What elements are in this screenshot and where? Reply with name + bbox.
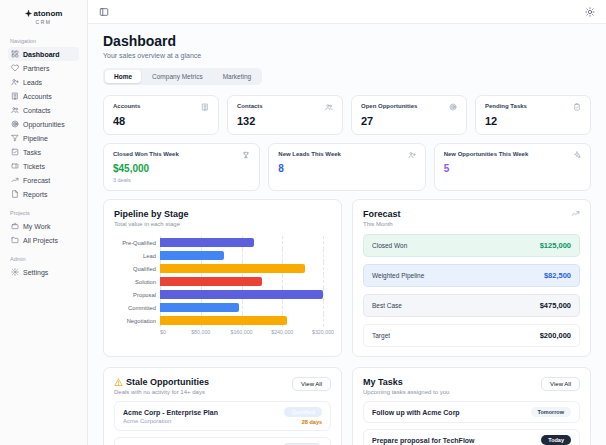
chart-bar-row: Negotiation [114, 314, 323, 327]
sidebar-item-label: Accounts [23, 93, 52, 100]
chart-category-label: Proposal [114, 292, 160, 298]
chart-x-tick: $80,000 [191, 329, 210, 335]
sidebar-item-label: Tasks [23, 149, 41, 156]
funnel-icon [11, 134, 19, 142]
days-inactive: 28 days [302, 419, 322, 425]
forecast-row-label: Weighted Pipeline [372, 272, 424, 279]
sidebar-item-label: Partners [23, 65, 49, 72]
sidebar-item[interactable]: Leads [8, 75, 79, 89]
task-row[interactable]: Prepare proposal for TechFlow Today [363, 429, 580, 445]
ticket-icon [11, 162, 19, 170]
stage-badge: Qualified [284, 407, 322, 417]
sidebar-item[interactable]: Contacts [8, 103, 79, 117]
forecast-title: Forecast [363, 209, 401, 219]
tasks-view-all-button[interactable]: View All [541, 377, 580, 391]
sidebar-item[interactable]: Partners [8, 61, 79, 75]
week-stat-value: 8 [278, 163, 415, 174]
logo-text: atonom [34, 9, 63, 18]
chart-x-tick: $240,000 [271, 329, 293, 335]
chart-category-label: Lead [114, 253, 160, 259]
week-stat-subtext [278, 177, 415, 183]
chart-bar [160, 251, 224, 260]
forecast-row-label: Closed Won [372, 242, 407, 249]
sidebar-item[interactable]: Forecast [8, 173, 79, 187]
chart-bar-row: Proposal [114, 288, 323, 301]
sidebar-item[interactable]: My Work [8, 219, 79, 233]
chart-bar [160, 316, 287, 325]
due-badge: Tomorrow [531, 407, 571, 417]
week-stat-label: Closed Won This Week [113, 151, 179, 157]
chart-bar-row: Committed [114, 301, 323, 314]
forecast-row-value: $125,000 [540, 241, 571, 250]
chart-bar-row: Pre-Qualified [114, 236, 323, 249]
stats-row: Accounts 48 Contacts 132 [103, 95, 591, 135]
sidebar-toggle-icon[interactable] [99, 7, 109, 17]
forecast-row-label: Best Case [372, 302, 402, 309]
chart-x-tick: $320,000 [312, 329, 334, 335]
sidebar-item[interactable]: Tasks [8, 145, 79, 159]
week-stat-subtext [444, 177, 581, 183]
sidebar-section-label: Admin [10, 256, 79, 262]
stat-value: 48 [113, 115, 209, 127]
stat-value: 12 [485, 115, 581, 127]
stat-label: Accounts [113, 103, 140, 109]
grid-icon [11, 50, 19, 58]
stale-opportunity-row[interactable]: Acme Corp - Enterprise Plan Acme Corpora… [114, 401, 331, 431]
tab[interactable]: Home [105, 70, 141, 83]
stat-label: Contacts [237, 103, 263, 109]
stale-subtitle: Deals with no activity for 14+ days [114, 389, 209, 395]
stale-view-all-button[interactable]: View All [292, 377, 331, 391]
sidebar-section-projects: Projects My Work All Projects [8, 210, 79, 247]
sidebar-item[interactable]: Dashboard [8, 47, 79, 61]
tab[interactable]: Company Metrics [143, 70, 212, 83]
sidebar-item[interactable]: Tickets [8, 159, 79, 173]
sidebar-nav-list: Dashboard Partners Leads Account [8, 47, 79, 201]
sidebar-item[interactable]: Pipeline [8, 131, 79, 145]
task-row[interactable]: Follow up with Acme Corp Tomorrow [363, 401, 580, 423]
logo-subtext: CRM [8, 19, 79, 25]
sidebar-item[interactable]: Opportunities [8, 117, 79, 131]
users-icon [325, 103, 333, 111]
dashboard-content: Dashboard Your sales overview at a glanc… [88, 24, 606, 445]
stat-label: Open Opportunities [361, 103, 417, 109]
forecast-subtitle: This Month [363, 221, 401, 227]
stat-card: Pending Tasks 12 [475, 95, 591, 135]
forecast-row-value: $475,000 [540, 301, 571, 310]
forecast-panel: Forecast This Month Closed Won $125,000 [352, 199, 591, 357]
chart-bar-row: Solution [114, 275, 323, 288]
chart-bar-row: Qualified [114, 262, 323, 275]
tab[interactable]: Marketing [214, 70, 261, 83]
target-icon [449, 103, 457, 111]
sidebar-item-label: Tickets [23, 163, 45, 170]
building-icon [201, 103, 209, 111]
opportunity-company: Acme Corporation [123, 418, 218, 424]
stale-opportunity-row[interactable]: TechFlow - Platform License TechFlow Sol… [114, 437, 331, 445]
pipeline-x-axis: $0$80,000$160,000$240,000$320,000 [160, 329, 323, 338]
sidebar-item[interactable]: Accounts [8, 89, 79, 103]
sidebar-item[interactable]: Reports [8, 187, 79, 201]
clipboard-check-icon [573, 103, 581, 111]
chart-bar [160, 290, 323, 299]
trend-icon [11, 176, 19, 184]
users-icon [11, 106, 19, 114]
tasks-subtitle: Upcoming tasks assigned to you [363, 389, 449, 395]
forecast-row: Best Case $475,000 [363, 294, 580, 317]
middle-row: Pipeline by Stage Total value in each st… [103, 199, 591, 357]
chart-category-label: Committed [114, 305, 160, 311]
sidebar-section-label: Projects [10, 210, 79, 216]
target-icon [11, 120, 19, 128]
week-stat-card: New Leads This Week 8 [268, 143, 425, 191]
week-stat-value: 5 [444, 163, 581, 174]
sidebar-item[interactable]: Settings [8, 265, 79, 279]
opportunity-name: Acme Corp - Enterprise Plan [123, 409, 218, 416]
theme-toggle-icon[interactable] [585, 7, 595, 17]
sidebar-item[interactable]: All Projects [8, 233, 79, 247]
task-name: Follow up with Acme Corp [372, 409, 460, 416]
week-stat-card: New Opportunities This Week 5 [434, 143, 591, 191]
sidebar-item-label: My Work [23, 223, 50, 230]
chart-bar-row: Lead [114, 249, 323, 262]
sidebar-section-label: Navigation [10, 38, 79, 44]
warning-icon [114, 378, 123, 387]
chart-category-label: Qualified [114, 266, 160, 272]
week-stats-row: Closed Won This Week $45,000 3 deals New… [103, 143, 591, 191]
